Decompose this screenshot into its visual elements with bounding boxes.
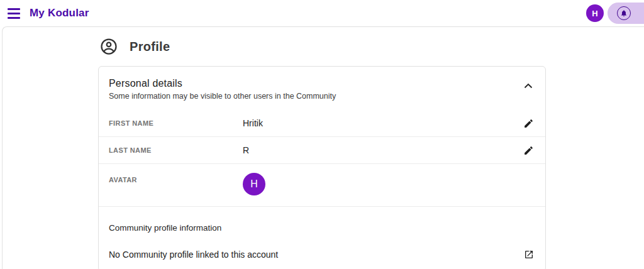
card-header: Personal details Some information may be… xyxy=(99,67,545,110)
community-status-row: No Community profile linked to this acco… xyxy=(99,233,545,269)
edit-first-name-button[interactable] xyxy=(522,117,535,130)
account-circle-icon xyxy=(99,37,118,56)
open-in-new-icon xyxy=(524,250,534,260)
field-label: FIRST NAME xyxy=(109,119,243,127)
community-profile-section: Community profile information xyxy=(99,207,545,233)
field-value: R xyxy=(243,145,249,155)
pencil-edit-icon xyxy=(523,118,534,129)
main-content-panel: Profile Personal details Some informatio… xyxy=(2,26,644,269)
card-header-text: Personal details Some information may be… xyxy=(109,78,521,101)
field-label: AVATAR xyxy=(109,173,243,184)
field-row-last-name: LAST NAME R xyxy=(99,137,545,164)
personal-details-card: Personal details Some information may be… xyxy=(98,66,546,269)
page-header: Profile xyxy=(3,27,644,56)
card-subtitle: Some information may be visible to other… xyxy=(109,92,521,101)
collapse-section-button[interactable] xyxy=(521,80,535,91)
field-row-first-name: FIRST NAME Hritik xyxy=(99,110,545,137)
field-label: LAST NAME xyxy=(109,146,243,154)
top-app-bar: My Kodular H xyxy=(0,0,644,26)
profile-avatar[interactable]: H xyxy=(243,173,265,195)
field-value: Hritik xyxy=(243,118,263,128)
community-status-text: No Community profile linked to this acco… xyxy=(109,250,278,260)
topbar-actions: H xyxy=(586,3,644,24)
pencil-edit-icon xyxy=(523,145,534,156)
card-title: Personal details xyxy=(109,78,521,89)
page-title: Profile xyxy=(130,40,170,54)
notification-bell-icon xyxy=(617,6,631,20)
open-community-link-button[interactable] xyxy=(523,248,535,261)
edit-last-name-button[interactable] xyxy=(522,144,535,157)
notifications-button[interactable] xyxy=(608,3,644,24)
chevron-up-icon xyxy=(524,83,533,89)
user-avatar[interactable]: H xyxy=(586,4,604,22)
field-row-avatar: AVATAR H xyxy=(99,164,545,207)
community-section-title: Community profile information xyxy=(109,223,535,233)
menu-icon[interactable] xyxy=(8,6,21,20)
brand-title[interactable]: My Kodular xyxy=(30,7,89,19)
